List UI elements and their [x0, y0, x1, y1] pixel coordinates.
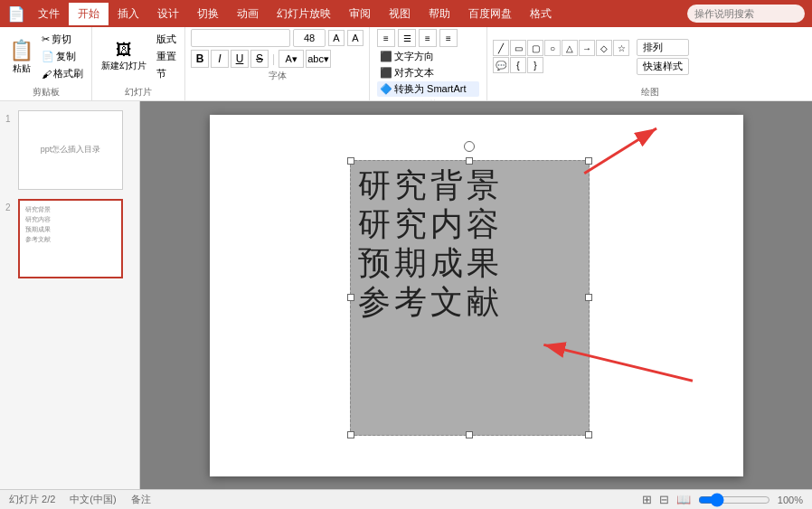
slide-panel: 1 ppt怎么插入目录 2 研究背景 研究内容 预期成果 参考文献: [0, 101, 140, 489]
text-box-content: 研究背景 研究内容 预期成果 参考文献: [351, 161, 589, 435]
tab-baidu[interactable]: 百度网盘: [459, 3, 521, 25]
font-color-button[interactable]: A▾: [279, 50, 304, 68]
shape-arrow[interactable]: →: [579, 40, 595, 56]
paste-button[interactable]: 📋 粘贴: [5, 37, 37, 77]
text-line-1: 研究背景: [358, 166, 581, 205]
slide-count: 幻灯片 2/2: [9, 493, 55, 506]
text-line-2: 研究内容: [358, 205, 581, 244]
language: 中文(中国): [70, 493, 116, 506]
handle-ml[interactable]: [347, 294, 354, 301]
slide-thumb-1[interactable]: 1 ppt怎么插入目录: [18, 110, 123, 190]
slide-number-2: 2: [5, 203, 11, 212]
font-name-input[interactable]: [191, 29, 290, 47]
italic-button[interactable]: I: [211, 50, 229, 68]
slide-number-1: 1: [5, 114, 11, 124]
slide-thumb-2[interactable]: 2 研究背景 研究内容 预期成果 参考文献: [18, 199, 123, 278]
text-box-selected[interactable]: 研究背景 研究内容 预期成果 参考文献: [350, 160, 590, 436]
text-line-3: 预期成果: [358, 244, 581, 283]
file-icon: 📄: [7, 5, 25, 23]
handle-bl[interactable]: [347, 431, 354, 438]
bold-button[interactable]: B: [191, 50, 209, 68]
notes-button[interactable]: 备注: [131, 493, 151, 506]
tab-slideshow[interactable]: 幻灯片放映: [268, 3, 340, 25]
app-body: 1 ppt怎么插入目录 2 研究背景 研究内容 预期成果 参考文献: [0, 101, 812, 489]
ribbon-content: 📋 粘贴 ✂剪切 📄复制 🖌格式刷 剪贴板 🖼 新建幻灯片: [0, 27, 812, 101]
shape-triangle[interactable]: △: [562, 40, 578, 56]
handle-bc[interactable]: [466, 431, 473, 438]
shape-rect[interactable]: ▭: [510, 40, 526, 56]
ribbon-tabs-bar: 文件 开始 插入 设计 切换 动画 幻灯片放映 审阅 视图 帮助 百度网盘 格式: [29, 3, 561, 25]
status-bar: 幻灯片 2/2 中文(中国) 备注 ⊞ ⊟ 📖 100%: [0, 489, 812, 509]
handle-tl[interactable]: [347, 157, 354, 165]
handle-br[interactable]: [585, 431, 592, 438]
view-normal-button[interactable]: ⊞: [642, 493, 652, 506]
justify-button[interactable]: ≡: [439, 29, 458, 47]
drawing-group: ╱ ▭ ▢ ○ △ → ◇ ☆ 💬 { } 排列 快速样式 绘图: [487, 27, 812, 100]
clipboard-group: 📋 粘贴 ✂剪切 📄复制 🖌格式刷 剪贴板: [0, 27, 92, 100]
font-size-increase-button[interactable]: A: [328, 30, 345, 46]
highlight-button[interactable]: abc▾: [306, 50, 331, 68]
font-label: 字体: [191, 68, 364, 82]
underline-button[interactable]: U: [231, 50, 249, 68]
drawing-label: 绘图: [493, 84, 807, 99]
align-text-button[interactable]: ⬛对齐文本: [377, 65, 479, 80]
shape-brace[interactable]: {: [510, 57, 526, 73]
handle-tc[interactable]: [466, 157, 473, 165]
tab-review[interactable]: 审阅: [340, 3, 380, 25]
shape-callout[interactable]: 💬: [493, 57, 509, 73]
font-size-decrease-button[interactable]: A: [347, 30, 364, 46]
format-painter-button[interactable]: 🖌格式刷: [39, 66, 86, 81]
font-size-input[interactable]: [293, 29, 326, 47]
tab-home[interactable]: 开始: [69, 3, 109, 25]
shape-line[interactable]: ╱: [493, 40, 509, 56]
search-input[interactable]: [687, 5, 805, 23]
handle-tr[interactable]: [585, 157, 592, 165]
canvas-area: 研究背景 研究内容 预期成果 参考文献: [140, 101, 812, 489]
convert-smartart-button[interactable]: 🔷转换为 SmartArt: [377, 81, 479, 97]
slide-2-content: 研究背景 研究内容 预期成果 参考文献: [25, 204, 51, 245]
cut-button[interactable]: ✂剪切: [39, 32, 86, 47]
paragraph-group: ≡ ☰ ≡ ≡ ⬛文字方向 ⬛对齐文本 🔷转换为 SmartArt 段落: [370, 27, 487, 100]
slide-canvas[interactable]: 研究背景 研究内容 预期成果 参考文献: [210, 115, 743, 476]
text-direction-button[interactable]: ⬛文字方向: [377, 49, 479, 64]
font-group: A A B I U S | A▾ abc▾ 字体: [185, 27, 370, 100]
tab-animations[interactable]: 动画: [228, 3, 268, 25]
reset-button[interactable]: 重置: [154, 49, 179, 64]
handle-rotate[interactable]: [464, 141, 475, 152]
tab-help[interactable]: 帮助: [420, 3, 459, 25]
tab-transitions[interactable]: 切换: [188, 3, 228, 25]
arrange-button[interactable]: 排列: [637, 39, 689, 56]
zoom-level: 100%: [778, 495, 803, 505]
align-left-button[interactable]: ≡: [377, 29, 395, 47]
clipboard-buttons: 📋 粘贴 ✂剪切 📄复制 🖌格式刷: [5, 29, 86, 84]
zoom-slider[interactable]: [698, 495, 770, 505]
view-slide-sorter-button[interactable]: ⊟: [659, 493, 669, 506]
align-right-button[interactable]: ≡: [419, 29, 437, 47]
shape-star[interactable]: ☆: [613, 40, 629, 56]
copy-button[interactable]: 📄复制: [39, 49, 86, 64]
handle-mr[interactable]: [585, 294, 592, 301]
layout-button[interactable]: 版式: [154, 32, 179, 47]
tab-design[interactable]: 设计: [148, 3, 188, 25]
section-button[interactable]: 节: [154, 66, 179, 81]
align-center-button[interactable]: ☰: [398, 29, 416, 47]
slides-group: 🖼 新建幻灯片 版式 重置 节 幻灯片: [92, 27, 185, 100]
view-reading-button[interactable]: 📖: [676, 493, 691, 506]
tab-insert[interactable]: 插入: [109, 3, 148, 25]
shape-rounded-rect[interactable]: ▢: [527, 40, 543, 56]
shape-ellipse[interactable]: ○: [544, 40, 561, 56]
title-bar: 📄 文件 开始 插入 设计 切换 动画 幻灯片放映 审阅 视图 帮助 百度网盘 …: [0, 0, 812, 27]
slides-label: 幻灯片: [98, 84, 179, 99]
strikethrough-button[interactable]: S: [250, 50, 269, 68]
text-line-4: 参考文献: [358, 283, 581, 322]
tab-file[interactable]: 文件: [29, 3, 69, 25]
new-slide-button[interactable]: 🖼 新建幻灯片: [98, 39, 150, 74]
clipboard-label: 剪贴板: [5, 84, 86, 99]
slides-buttons: 🖼 新建幻灯片 版式 重置 节: [98, 29, 179, 84]
quick-styles-button[interactable]: 快速样式: [637, 58, 689, 75]
slide-1-title: ppt怎么插入目录: [41, 144, 101, 156]
shape-diamond[interactable]: ◇: [596, 40, 612, 56]
tab-format[interactable]: 格式: [521, 3, 561, 25]
shape-bracket[interactable]: }: [527, 57, 543, 73]
tab-view[interactable]: 视图: [380, 3, 420, 25]
